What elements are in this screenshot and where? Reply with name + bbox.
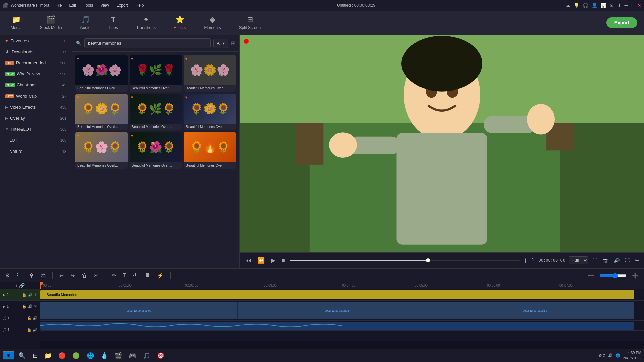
toolbar-stock-media[interactable]: 🎬 Stock Media xyxy=(36,13,66,32)
toolbar-titles[interactable]: T Titles xyxy=(104,13,122,32)
effect-card-9[interactable]: ♥ 🌻🔥🌻 Beautiful Memories Overl... xyxy=(184,132,236,169)
menu-file[interactable]: File xyxy=(52,2,65,8)
delete-button[interactable]: 🗑 xyxy=(80,271,88,280)
audio-button[interactable]: 🔊 xyxy=(613,257,621,264)
taskbar-app-4-icon[interactable]: 💧 xyxy=(98,351,111,361)
track-v2-audio-icon[interactable]: 🔊 xyxy=(28,293,33,297)
effect-card-3[interactable]: ♥ 🌸🌼🌸 Beautiful Memories Overl... xyxy=(184,55,236,92)
zoom-slider[interactable] xyxy=(600,273,627,278)
track-v2-eye-icon[interactable]: 👁 xyxy=(34,293,37,297)
playhead[interactable] xyxy=(40,282,41,289)
record-button[interactable]: 🎙 xyxy=(28,271,36,280)
undo-button[interactable]: ↩ xyxy=(58,271,65,280)
cloud-icon[interactable]: ☁ xyxy=(566,3,570,8)
panel-favorites[interactable]: ♥ Favorites 0 xyxy=(1,36,70,46)
panel-world-cup[interactable]: HOT World Cup 27 xyxy=(1,91,70,101)
add-track-icon[interactable]: + xyxy=(15,283,18,288)
track-v1-audio-icon[interactable]: 🔊 xyxy=(28,304,33,309)
taskbar-app-5-icon[interactable]: 🎮 xyxy=(126,351,139,361)
close-button[interactable]: ✕ xyxy=(637,3,641,8)
effect-card-6[interactable]: ♥ 🌻🌼🌻 Beautiful Memories Overl... xyxy=(184,94,236,130)
email-icon[interactable]: ✉ xyxy=(610,3,614,8)
menu-tools[interactable]: Tools xyxy=(80,2,96,8)
taskbar-filmora-icon[interactable]: 🎬 xyxy=(112,351,125,361)
effect-card-4[interactable]: ♥ 🌻🌼🌻 Beautiful Memories Overl... xyxy=(75,94,128,130)
taskbar-app-6-icon[interactable]: 🎵 xyxy=(140,351,153,361)
progress-bar[interactable] xyxy=(290,260,520,261)
effect-track[interactable]: + Beautifu Memories xyxy=(40,290,634,299)
toolbar-split-screen[interactable]: ⊞ Split Screen xyxy=(235,13,265,32)
menu-view[interactable]: View xyxy=(97,2,112,8)
effect-card-5[interactable]: ♥ 🌻🌿🌻 Beautiful Memories Overl... xyxy=(130,94,182,130)
filter-dropdown[interactable]: All ▾ xyxy=(213,39,228,48)
taskbar-app-7-icon[interactable]: 🎯 xyxy=(154,351,167,361)
grid-view-icon[interactable]: ⊞ xyxy=(231,40,235,46)
network-icon[interactable]: 🌐 xyxy=(615,353,620,358)
panel-video-effects[interactable]: ▶ Video Effects 438 xyxy=(1,102,70,112)
effect-card-1[interactable]: ♥ 🌸🌺🌸 Beautiful Memories Overl... xyxy=(75,55,128,92)
effect-card-7[interactable]: ♥ 🌻🌸🌻 Beautiful Memories Overl... xyxy=(75,132,128,169)
mark-out-button[interactable]: } xyxy=(531,257,535,264)
taskbar-explorer-icon[interactable]: 📁 xyxy=(42,351,54,361)
panel-recommended[interactable]: HOT Recommended 500 xyxy=(1,58,70,68)
cut-button[interactable]: ✂ xyxy=(92,271,99,280)
minimize-button[interactable]: ─ xyxy=(625,3,628,8)
mark-in-button[interactable]: { xyxy=(523,257,528,264)
snapshot-button[interactable]: 📷 xyxy=(602,257,609,264)
crop-button[interactable]: ⛶ xyxy=(592,257,598,264)
clip-protect-button[interactable]: 🛡 xyxy=(15,271,23,280)
panel-nature[interactable]: Nature 13 xyxy=(1,146,70,157)
effect-card-2[interactable]: ♥ 🌹🌿🌹 Beautiful Memories Overl... xyxy=(130,55,182,92)
audio-mix-button[interactable]: 🎚 xyxy=(144,271,152,280)
search-input[interactable] xyxy=(84,38,211,48)
adjust-button[interactable]: ⚖ xyxy=(40,271,47,280)
stop-button[interactable]: ■ xyxy=(280,256,286,265)
step-back-button[interactable]: ⏪ xyxy=(256,255,266,265)
track-m1-audio-icon[interactable]: 🔊 xyxy=(33,328,37,332)
menu-help[interactable]: Help xyxy=(132,2,147,8)
video-track[interactable]: 2022-12-20-1616:00 2022-12-20-1616:23 20… xyxy=(40,302,634,319)
fullscreen-button[interactable]: ⛶ xyxy=(624,257,631,264)
text-button[interactable]: T xyxy=(121,271,127,280)
zoom-select[interactable]: Full 50% 75% xyxy=(569,256,588,264)
track-v1-play-icon[interactable]: ▶ xyxy=(3,305,5,308)
panel-filter-lut[interactable]: ▼ Filter&LUT 365 xyxy=(1,124,70,134)
bulb-icon[interactable]: 💡 xyxy=(574,3,579,8)
headset-icon[interactable]: 🎧 xyxy=(583,3,588,8)
rewind-button[interactable]: ⏮ xyxy=(244,256,253,265)
zoom-in-button[interactable]: ➕ xyxy=(631,271,640,280)
toolbar-audio[interactable]: 🎵 Audio xyxy=(76,13,95,32)
track-v2-lock-icon[interactable]: 🔒 xyxy=(22,293,27,297)
panel-overlay[interactable]: ▶ Overlay 201 xyxy=(1,113,70,123)
settings-button[interactable]: ⚙ xyxy=(4,271,11,280)
panel-christmas[interactable]: NEW Christmas 45 xyxy=(1,80,70,90)
account-icon[interactable]: 👤 xyxy=(592,3,597,8)
timer-button[interactable]: ⏱ xyxy=(131,271,140,280)
volume-icon[interactable]: 🔊 xyxy=(608,353,613,358)
menu-edit[interactable]: Edit xyxy=(66,2,80,8)
track-m1-lock-icon[interactable]: 🔒 xyxy=(27,328,32,332)
taskbar-taskview-icon[interactable]: ⊟ xyxy=(30,351,40,361)
export-button[interactable]: Export xyxy=(606,17,637,28)
track-a1-lock-icon[interactable]: 🔒 xyxy=(27,316,32,320)
effect-card-8[interactable]: ♥ 🌻🌺🌻 Beautiful Memories Overl... xyxy=(130,132,182,169)
menu-export[interactable]: Export xyxy=(113,2,131,8)
layout-icon[interactable]: 📊 xyxy=(601,3,606,8)
toolbar-media[interactable]: 📁 Media xyxy=(7,13,26,32)
taskbar-search-icon[interactable]: 🔍 xyxy=(16,351,29,361)
toolbar-effects[interactable]: ⭐ Effects xyxy=(170,13,190,32)
maximize-button[interactable]: □ xyxy=(631,3,634,8)
panel-whats-new[interactable]: NEW What's New 950 xyxy=(1,69,70,79)
taskbar-app-1-icon[interactable]: 🔴 xyxy=(56,351,68,361)
taskbar-clock[interactable]: 4:39 PM 20/12/2022 xyxy=(623,350,641,361)
speed-button[interactable]: ⚡ xyxy=(156,271,165,280)
toolbar-elements[interactable]: ◈ Elements xyxy=(200,13,225,32)
audio-track[interactable] xyxy=(40,322,634,330)
panel-lut[interactable]: LUT 108 xyxy=(1,135,70,145)
timeline-ruler[interactable]: 00:00 00:01:00 00:02:00 00:03:00 00:04:0… xyxy=(40,282,644,289)
track-v1-eye-icon[interactable]: 👁 xyxy=(34,304,37,309)
taskbar-app-3-icon[interactable]: 🌐 xyxy=(84,351,97,361)
start-button[interactable]: ⊞ xyxy=(3,351,14,360)
panel-downloads[interactable]: ⬇ Downloads 17 xyxy=(1,47,70,57)
track-v2-play-icon[interactable]: ▶ xyxy=(3,293,5,297)
